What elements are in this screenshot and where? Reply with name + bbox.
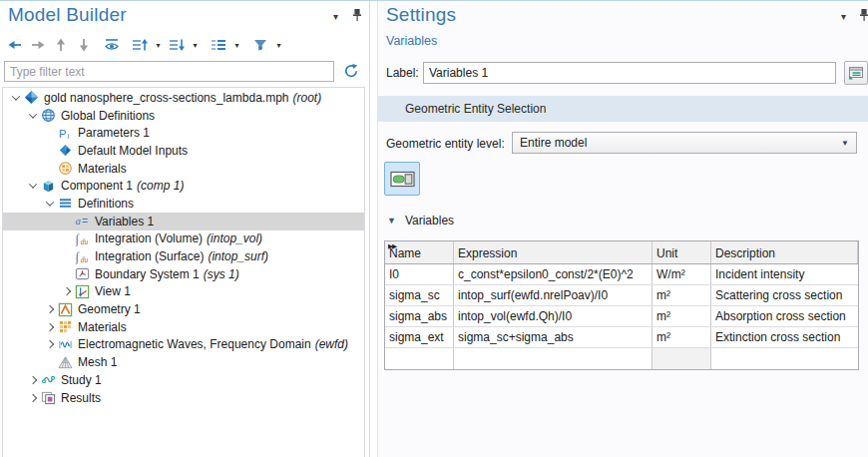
chevron-right-icon[interactable] [46, 305, 54, 313]
tree-item-results[interactable]: Results [3, 389, 364, 407]
section-variables-header[interactable]: ▼ Variables [387, 214, 454, 228]
chevron-right-icon[interactable] [63, 287, 71, 295]
collapse-triangle-icon[interactable]: ▼ [387, 216, 396, 226]
table-cell-description[interactable]: Absorption cross section [711, 306, 858, 326]
table-cell-unit[interactable]: m² [652, 285, 711, 305]
tree-item-tag: (sys 1) [204, 267, 239, 281]
em-wave-icon [57, 336, 73, 352]
geometry-icon [57, 301, 73, 317]
svg-text:=: = [82, 216, 88, 227]
tree-item-parameters-1[interactable]: PiParameters 1 [3, 124, 364, 142]
parameters-icon: Pi [57, 125, 73, 141]
tree-item-label: Mesh 1 [78, 355, 117, 369]
table-cell-expression[interactable]: c_const*epsilon0_const/2*(E0)^2 [454, 264, 652, 284]
tree-item-label: Integration (Surface) [95, 249, 204, 263]
column-header-unit: Unit [652, 241, 711, 263]
tree-item-label: gold nanosphere_cross-sections_lambda.mp… [44, 91, 288, 105]
label-input[interactable] [423, 62, 836, 84]
tree-item-label: Materials [78, 162, 127, 176]
forward-arrow-icon[interactable] [28, 35, 48, 55]
table-cell-name[interactable]: sigma_ext [385, 327, 454, 347]
chevron-right-icon[interactable] [46, 323, 54, 331]
tree-item-global-definitions[interactable]: Global Definitions [3, 107, 364, 125]
tree-item-materials[interactable]: Materials [3, 160, 364, 178]
active-toggle-button[interactable] [384, 162, 420, 196]
tree-item-integration-volume[interactable]: ∫duIntegration (Volume)(intop_vol) [3, 230, 364, 248]
table-cell-unit[interactable] [652, 348, 711, 369]
dropdown-caret-icon[interactable]: ▾ [153, 41, 164, 50]
filter-funnel-icon[interactable] [250, 35, 270, 55]
tree-item-default-model-inputs[interactable]: Default Model Inputs [3, 142, 364, 160]
geometric-entity-level-select[interactable]: Entire model ▼ [512, 132, 857, 154]
tree-options-icon[interactable] [209, 35, 228, 55]
table-cell-description[interactable]: Scattering cross section [711, 285, 858, 305]
tree-item-view-1[interactable]: View 1 [3, 283, 364, 301]
tree-item-label: Parameters 1 [78, 126, 150, 140]
model-builder-panel: Model Builder ▾ ▾▾▾▾ gold nanosphere_cro… [0, 1, 370, 457]
dropdown-caret-icon[interactable]: ▾ [190, 41, 201, 50]
table-cell-expression[interactable] [454, 348, 652, 369]
filter-input[interactable] [4, 61, 334, 82]
move-down-arrow-icon[interactable] [74, 35, 94, 55]
tree-item-boundary-system-1[interactable]: Boundary System 1(sys 1) [3, 265, 364, 283]
integration-icon: ∫du [74, 248, 90, 264]
refresh-icon[interactable] [343, 63, 359, 79]
dropdown-caret-icon[interactable]: ▾ [273, 41, 284, 50]
rename-note-icon [848, 66, 864, 81]
show-eye-icon[interactable] [102, 35, 122, 55]
move-up-arrow-icon[interactable] [51, 35, 71, 55]
dropdown-caret-icon[interactable]: ▾ [231, 41, 242, 50]
collapse-all-icon[interactable] [167, 35, 187, 55]
table-cell-expression[interactable]: intop_vol(ewfd.Qh)/I0 [454, 306, 652, 326]
tree-item-electromagnetic-waves-frequency-domain[interactable]: Electromagnetic Waves, Frequency Domain(… [3, 336, 364, 354]
tree-item-materials[interactable]: Materials [3, 318, 364, 336]
chevron-down-icon[interactable] [12, 92, 20, 100]
expand-all-icon[interactable] [130, 35, 150, 55]
tree-item-label: Boundary System 1 [95, 267, 200, 281]
model-tree: gold nanosphere_cross-sections_lambda.mp… [2, 87, 365, 457]
column-header-description: Description [711, 241, 858, 263]
chevron-right-icon[interactable] [46, 340, 54, 348]
table-row: sigma_extsigma_sc+sigma_absm²Extinction … [385, 327, 858, 348]
tree-item-definitions[interactable]: Definitions [3, 195, 364, 213]
pin-icon[interactable] [351, 8, 363, 22]
table-cell-name[interactable]: sigma_abs [385, 306, 454, 326]
table-cell-description[interactable]: Extinction cross section [711, 327, 858, 347]
rename-button[interactable] [844, 61, 868, 85]
boundary-system-icon [74, 266, 90, 282]
table-cell-expression[interactable]: intop_surf(ewfd.nrelPoav)/I0 [454, 285, 652, 305]
table-cell-name[interactable] [385, 348, 454, 369]
table-cell-unit[interactable]: m² [652, 306, 711, 326]
table-cell-expression[interactable]: sigma_sc+sigma_abs [454, 327, 652, 347]
chevron-right-icon[interactable] [29, 376, 37, 384]
tree-item-label: View 1 [95, 284, 131, 298]
tree-item-component-1[interactable]: Component 1(comp 1) [3, 177, 364, 195]
svg-text:P: P [58, 127, 66, 139]
table-cell-unit[interactable]: W/m² [652, 264, 711, 284]
table-cell-description[interactable] [711, 348, 858, 369]
chevron-down-icon[interactable] [29, 110, 37, 118]
table-cell-name[interactable]: sigma_sc [385, 285, 454, 305]
panel-menu-icon[interactable]: ▾ [841, 11, 846, 22]
chevron-down-icon[interactable] [29, 181, 37, 189]
tree-item-integration-surface[interactable]: ∫duIntegration (Surface)(intop_surf) [3, 247, 364, 265]
pin-icon[interactable] [858, 8, 868, 22]
back-arrow-icon[interactable] [5, 35, 25, 55]
tree-item-geometry-1[interactable]: Geometry 1 [3, 300, 364, 318]
table-cell-name[interactable]: I0 [385, 264, 454, 284]
tree-item-gold-nanosphere-cross-sections-lambda-mph[interactable]: gold nanosphere_cross-sections_lambda.mp… [3, 89, 364, 107]
table-cell-unit[interactable]: m² [652, 327, 711, 347]
tree-item-study-1[interactable]: Study 1 [3, 371, 364, 389]
column-header-expression: Expression [454, 241, 652, 263]
tree-item-mesh-1[interactable]: Mesh 1 [3, 353, 364, 371]
table-cell-description[interactable]: Incident intensity [711, 264, 858, 284]
table-row [385, 348, 858, 369]
chevron-down-icon[interactable] [46, 198, 54, 206]
tree-item-variables-1[interactable]: a=Variables 1 [3, 213, 364, 230]
svg-text:a: a [75, 215, 80, 227]
variables-table: NameExpressionUnitDescription▶▶I0c_const… [384, 240, 859, 370]
tree-item-label: Materials [78, 320, 127, 334]
chevron-right-icon[interactable] [29, 393, 37, 401]
panel-menu-icon[interactable]: ▾ [333, 11, 338, 22]
tree-item-tag: (root) [292, 91, 321, 105]
